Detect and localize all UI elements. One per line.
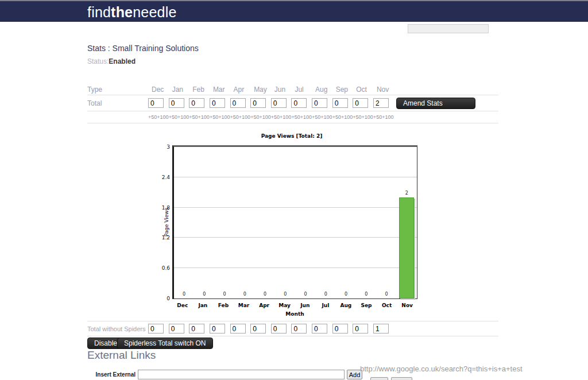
month-header: Aug [312,86,332,94]
spider-stat-input[interactable] [169,324,184,334]
page-title: Stats : Small Training Solutions [87,44,199,53]
chart-slot-feb: 0 [215,147,235,298]
chart-slot-sep: 0 [356,147,376,298]
month-stat-input[interactable] [373,98,389,108]
spider-stat-input[interactable] [291,324,307,334]
chart-value-label: 0 [356,292,376,297]
logo-the: the [111,4,133,20]
month-header: Nov [373,86,394,94]
spider-stat-input[interactable] [332,324,348,334]
chart-value-label: 0 [174,292,194,297]
increment-link[interactable]: +50+100 [230,114,251,120]
chart-value-label: 0 [215,292,235,297]
spider-stat-input[interactable] [271,324,287,334]
chart-plot: 000000000002 [172,145,417,299]
chart-x-tick: Oct [377,303,397,308]
chart-title: Page Views [Total: 2] [163,133,421,139]
increment-link[interactable]: +50+100 [373,114,394,120]
total-label: Total [87,99,148,107]
external-url-link[interactable]: http://www.google.co.uk/search?q=this+is… [360,365,523,373]
month-header: Feb [189,86,210,94]
month-header: Apr [230,86,251,94]
chart-x-tick: Aug [336,303,357,308]
increment-link[interactable]: +50+100 [148,114,169,120]
increment-link[interactable]: +50+100 [353,114,373,120]
chart-y-label-wrap: Page Views [163,145,170,299]
chart-x-tick: Sep [356,303,377,308]
spider-stat-input[interactable] [189,324,204,334]
increment-link[interactable]: +50+100 [312,114,332,120]
chart-value-label: 0 [377,292,397,297]
chart-x-label: Month [172,311,417,317]
findtheneedle-logo[interactable]: findtheneedle [87,4,177,21]
spider-stat-input[interactable] [312,324,327,334]
spider-stat-input[interactable] [210,324,225,334]
logo-needle: needle [133,4,176,20]
month-stat-input[interactable] [250,98,266,108]
status-label: Status: [87,57,109,65]
increment-link[interactable]: +50+100 [250,114,271,120]
month-stat-input[interactable] [291,98,307,108]
chart-x-tick: Feb [213,303,234,308]
month-header: Jan [169,86,189,94]
increment-link[interactable]: +50+100 [189,114,210,120]
chart-y-label: Page Views [164,208,169,237]
increment-link[interactable]: +50+100 [169,114,189,120]
status-value: Enabled [109,57,136,65]
month-stat-input[interactable] [210,98,225,108]
month-header: Jun [271,86,292,94]
spider-stat-input[interactable] [373,324,389,334]
chart-value-label: 0 [255,292,275,297]
insert-external-input[interactable] [138,370,345,379]
month-stat-input[interactable] [148,98,164,108]
month-header: Mar [210,86,230,94]
chart-value-label: 0 [316,292,336,297]
month-stat-input[interactable] [189,98,204,108]
increment-link[interactable]: +50+100 [210,114,230,120]
month-header: Oct [353,86,373,94]
month-stat-input[interactable] [312,98,327,108]
increment-link[interactable]: +50+100 [291,114,312,120]
spider-stat-input[interactable] [250,324,266,334]
month-header: Dec [148,86,169,94]
chart-x-tick: Mar [234,303,254,308]
chart-x-axis: DecJanFebMarAprMayJunJulAugSepOctNov [172,303,417,308]
stats-table: Type DecJanFebMarAprMayJunJulAugSepOctNo… [87,84,498,123]
site-header: findtheneedle [0,1,588,22]
type-header: Type [87,86,148,94]
chart-x-tick: Jun [295,303,315,308]
chart-x-tick: Jul [315,303,336,308]
chart-slot-aug: 0 [336,147,356,298]
month-stat-input[interactable] [169,98,184,108]
chart-value-label: 0 [336,292,356,297]
amend-stats-button[interactable]: Amend Stats [396,98,475,109]
spider-stat-input[interactable] [148,324,164,334]
spider-stat-input[interactable] [353,324,368,334]
spiderless-switch-button[interactable]: Spiderless Total switch ON [117,338,213,349]
stats-total-row: Total Amend Stats [87,95,498,111]
admin-stats-page: findtheneedle HomeFeedbackAdmin U.Admin … [0,0,588,380]
chart-slot-jun: 0 [296,147,316,298]
increment-link[interactable]: +50+100 [332,114,353,120]
search-icon[interactable] [491,24,499,33]
month-stat-input[interactable] [271,98,287,108]
chart-x-tick: May [274,303,295,308]
chart-value-label: 0 [235,292,255,297]
search-input[interactable] [408,24,489,33]
stats-increment-row: +50+100+50+100+50+100+50+100+50+100+50+1… [87,111,498,123]
chart-bar-nov [399,197,414,298]
increment-link[interactable]: +50+100 [271,114,292,120]
partial-button-1[interactable] [370,377,388,380]
spiders-label: Total without Spiders [87,325,148,332]
month-stat-input[interactable] [332,98,348,108]
chart-slot-oct: 0 [377,147,397,298]
month-stat-input[interactable] [353,98,368,108]
month-stat-input[interactable] [230,98,246,108]
chart-x-tick: Dec [172,303,193,308]
chart-slot-may: 0 [275,147,295,298]
chart-value-label: 0 [296,292,316,297]
chart-value-label: 0 [194,292,214,297]
spider-stat-input[interactable] [230,324,246,334]
chart-slot-jan: 0 [194,147,214,298]
partial-button-2[interactable] [391,377,412,380]
